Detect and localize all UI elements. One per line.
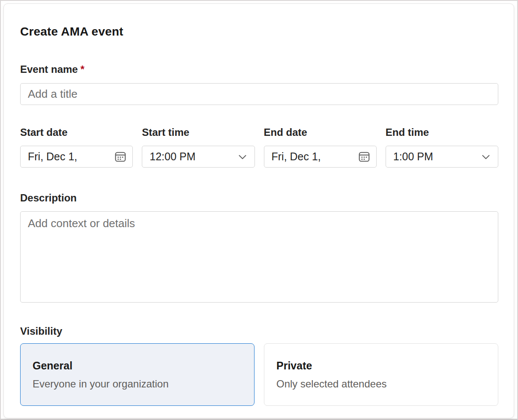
visibility-option-private[interactable]: Private Only selected attendees	[264, 343, 498, 406]
visibility-option-title: Private	[276, 360, 498, 372]
required-asterisk: *	[81, 63, 84, 75]
event-name-input[interactable]	[20, 83, 498, 105]
schedule-row: Start date Fri, Dec 1,	[20, 126, 498, 168]
end-date-picker[interactable]: Fri, Dec 1,	[264, 146, 377, 168]
end-date-value: Fri, Dec 1,	[272, 150, 321, 163]
create-ama-event-dialog: Create AMA event Event name* Start date …	[3, 3, 514, 418]
end-date-label: End date	[264, 126, 377, 138]
calendar-icon[interactable]	[114, 151, 126, 163]
calendar-icon[interactable]	[358, 151, 370, 163]
end-time-label: End time	[386, 126, 498, 138]
end-time-dropdown[interactable]: 1:00 PM	[386, 146, 498, 168]
event-name-label: Event name	[20, 63, 78, 75]
end-date-column: End date Fri, Dec 1,	[264, 126, 377, 168]
end-time-column: End time 1:00 PM	[386, 126, 498, 168]
start-time-value: 12:00 PM	[150, 150, 195, 163]
start-time-column: Start time 12:00 PM	[142, 126, 255, 168]
start-time-dropdown[interactable]: 12:00 PM	[142, 146, 255, 168]
start-date-label: Start date	[20, 126, 133, 138]
screen: Create AMA event Event name* Start date …	[0, 0, 518, 420]
description-textarea[interactable]	[20, 211, 498, 303]
description-label: Description	[20, 192, 497, 204]
page-title: Create AMA event	[20, 25, 497, 39]
start-date-column: Start date Fri, Dec 1,	[20, 126, 133, 168]
visibility-option-general[interactable]: General Everyone in your organization	[20, 343, 255, 406]
visibility-option-subtitle: Only selected attendees	[276, 378, 498, 390]
chevron-down-icon[interactable]	[237, 151, 249, 163]
start-date-picker[interactable]: Fri, Dec 1,	[20, 146, 133, 168]
visibility-options: General Everyone in your organization Pr…	[20, 343, 498, 406]
start-time-label: Start time	[142, 126, 255, 138]
event-name-label-row: Event name*	[20, 63, 497, 75]
visibility-option-title: General	[33, 360, 254, 372]
chevron-down-icon[interactable]	[480, 151, 492, 163]
visibility-option-subtitle: Everyone in your organization	[33, 378, 254, 390]
visibility-label: Visibility	[20, 325, 497, 337]
end-time-value: 1:00 PM	[393, 150, 433, 163]
start-date-value: Fri, Dec 1,	[28, 150, 77, 163]
